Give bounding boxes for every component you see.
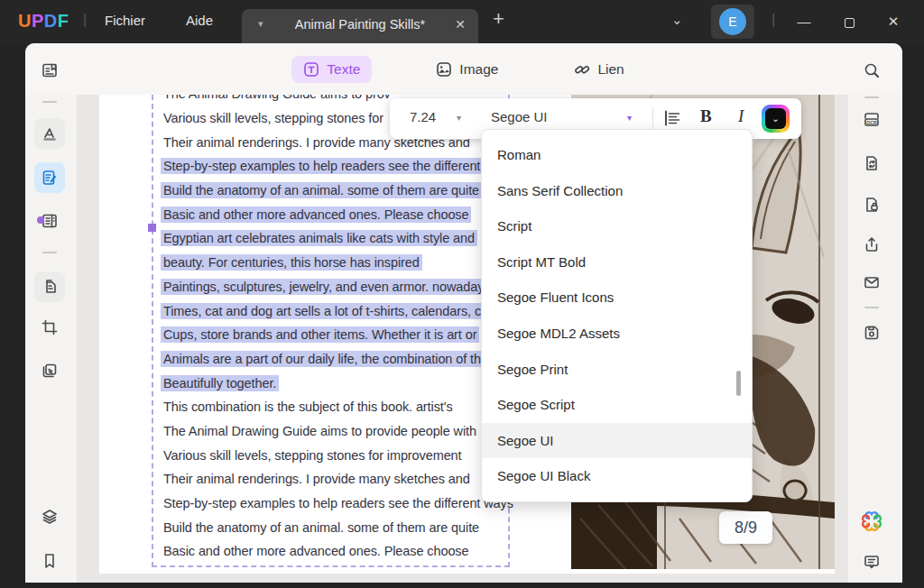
minimize-button[interactable]: — xyxy=(783,0,825,43)
tab-title: Animal Painting Skills* xyxy=(242,17,478,32)
layers-button[interactable] xyxy=(34,501,65,532)
font-option[interactable]: Segoe Print xyxy=(482,352,752,388)
font-family-chevron-icon[interactable]: ▾ xyxy=(627,113,632,123)
search-button[interactable] xyxy=(856,55,887,86)
convert-file-icon xyxy=(863,154,881,172)
edit-text-icon xyxy=(41,169,59,187)
image-tool-icon xyxy=(436,61,452,78)
panel-toggle-dot[interactable] xyxy=(37,216,44,224)
ocr-icon: OCR xyxy=(862,110,882,130)
ai-assistant-icon xyxy=(861,510,882,532)
font-option[interactable]: Sans Serif Collection xyxy=(482,173,752,209)
bookmark-icon xyxy=(41,552,59,570)
italic-button[interactable]: I xyxy=(738,106,744,126)
close-window-button[interactable]: ✕ xyxy=(873,0,914,43)
layers-icon xyxy=(41,508,59,526)
tab-close-icon[interactable]: ✕ xyxy=(455,17,466,32)
logo-letter: F xyxy=(58,11,69,31)
font-option[interactable]: Segoe MDL2 Assets xyxy=(482,316,752,352)
feedback-comment-icon xyxy=(863,553,881,571)
text-tool-icon xyxy=(303,61,319,78)
highlighter-icon xyxy=(41,124,59,142)
maximize-icon xyxy=(845,18,855,28)
textbox-resize-handle[interactable] xyxy=(148,224,156,232)
account-button[interactable]: E xyxy=(711,5,754,39)
page-indicator: 8/9 xyxy=(719,511,772,544)
menu-separator: | xyxy=(83,12,87,28)
rail-divider xyxy=(864,96,879,98)
share-icon xyxy=(863,235,881,253)
mail-button[interactable] xyxy=(856,267,887,298)
batch-stack-icon xyxy=(41,362,59,380)
bookmark-button[interactable] xyxy=(34,546,65,576)
bold-button[interactable]: B xyxy=(700,106,712,126)
tab-list-chevron-icon[interactable]: ⌄ xyxy=(671,12,683,28)
protect-file-icon xyxy=(863,196,881,214)
pages-copy-icon xyxy=(41,278,59,296)
font-size-value[interactable]: 7.24 xyxy=(410,109,436,124)
logo-letter: U xyxy=(18,11,32,31)
search-icon xyxy=(863,61,881,79)
feedback-button[interactable] xyxy=(856,547,887,577)
reader-mode-button[interactable] xyxy=(34,55,65,86)
svg-text:OCR: OCR xyxy=(866,120,877,125)
crop-icon xyxy=(41,318,59,336)
rail-divider xyxy=(42,101,57,103)
lien-mode-button[interactable]: Lien xyxy=(562,56,635,83)
font-dropdown: RomanSans Serif CollectionScriptScript M… xyxy=(481,129,753,502)
save-button[interactable] xyxy=(856,317,887,348)
toolbar-divider xyxy=(652,107,653,130)
share-button[interactable] xyxy=(856,229,887,260)
avatar: E xyxy=(719,8,746,35)
lien-mode-label: Lien xyxy=(597,61,624,78)
font-option[interactable]: Segoe Script xyxy=(482,387,752,423)
comment-tool-button[interactable] xyxy=(34,118,65,149)
rail-divider xyxy=(864,307,879,308)
font-option[interactable]: Script xyxy=(482,208,752,244)
title-bar: UPDF | Fichier Aide ▾ Animal Painting Sk… xyxy=(0,0,924,43)
mail-icon xyxy=(863,273,881,291)
font-option[interactable]: Segoe UI Black xyxy=(482,458,752,494)
image-mode-label: Image xyxy=(459,61,498,78)
crop-tool-button[interactable] xyxy=(34,312,65,343)
texte-mode-button[interactable]: Texte xyxy=(291,56,372,83)
font-size-chevron-icon[interactable]: ▾ xyxy=(457,113,461,123)
font-family-select[interactable]: Segoe UI xyxy=(491,109,548,124)
updf-logo[interactable]: UPDF xyxy=(18,11,69,32)
save-icon xyxy=(863,324,881,342)
dropdown-scrollbar[interactable] xyxy=(736,371,741,396)
document-tab[interactable]: ▾ Animal Painting Skills* ✕ xyxy=(242,9,478,43)
edit-mode-toolbar: Texte Image Lien xyxy=(25,43,902,95)
image-mode-button[interactable]: Image xyxy=(424,56,510,83)
reader-icon xyxy=(41,61,59,79)
ai-assistant-button[interactable] xyxy=(856,506,887,537)
font-option[interactable]: Segoe Fluent Icons xyxy=(482,280,752,316)
font-option[interactable]: Script MT Bold xyxy=(482,244,752,280)
pages-tool-button[interactable] xyxy=(34,271,65,302)
controls-separator: | xyxy=(772,12,775,28)
link-tool-icon xyxy=(574,61,590,78)
align-left-icon[interactable] xyxy=(662,108,682,128)
batch-tool-button[interactable] xyxy=(34,355,65,386)
app-panel: Texte Image Lien xyxy=(25,43,902,583)
convert-button[interactable] xyxy=(856,148,887,179)
protect-button[interactable] xyxy=(856,189,887,220)
rail-divider xyxy=(42,252,57,253)
menu-fichier[interactable]: Fichier xyxy=(105,13,145,28)
ocr-button[interactable]: OCR xyxy=(856,105,887,135)
chevron-down-icon: ⌄ xyxy=(765,108,786,129)
font-option[interactable]: Segoe UI xyxy=(482,423,752,459)
maximize-button[interactable] xyxy=(828,0,870,43)
edit-pdf-button[interactable] xyxy=(34,162,65,193)
font-color-swatch[interactable]: ⌄ xyxy=(762,105,790,133)
logo-letter: P xyxy=(32,11,44,31)
texte-mode-label: Texte xyxy=(327,61,360,78)
logo-letter: D xyxy=(44,11,58,31)
new-tab-button[interactable]: + xyxy=(493,7,504,31)
menu-aide[interactable]: Aide xyxy=(186,13,213,28)
font-option[interactable]: Roman xyxy=(482,137,752,173)
